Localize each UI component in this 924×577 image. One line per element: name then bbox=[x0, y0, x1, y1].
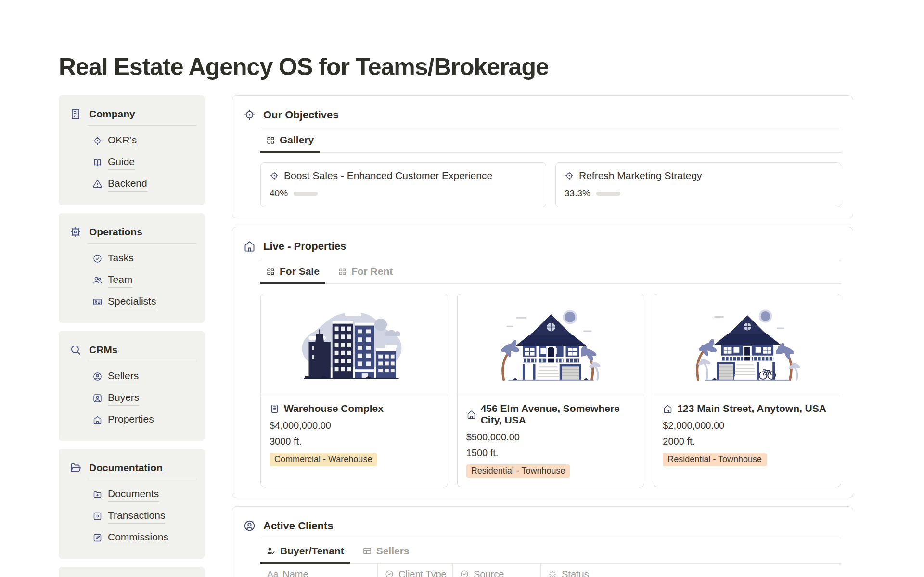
properties-tabs: For Sale For Rent bbox=[260, 259, 841, 284]
text-icon: Aa bbox=[267, 569, 278, 577]
property-tag: Commercial - Warehouse bbox=[270, 453, 377, 466]
sidebar-section-title: CRMs bbox=[89, 344, 118, 356]
home-icon bbox=[663, 404, 673, 414]
progress-bar bbox=[596, 192, 620, 196]
divider bbox=[88, 479, 197, 479]
column-label: Client Type bbox=[398, 569, 447, 577]
our-objectives-card: Our Objectives Gallery bbox=[232, 95, 853, 218]
column-header-name[interactable]: Aa Name bbox=[260, 564, 377, 577]
sidebar-item-label: OKR’s bbox=[108, 133, 137, 148]
sidebar-item-tasks[interactable]: Tasks bbox=[92, 251, 199, 266]
divider bbox=[88, 361, 197, 361]
table-icon bbox=[362, 546, 372, 556]
target-icon bbox=[92, 136, 103, 146]
select-icon bbox=[385, 569, 394, 577]
grid-icon bbox=[266, 136, 275, 145]
sidebar-item-guide[interactable]: Guide bbox=[92, 155, 199, 170]
sidebar-item-label: Guide bbox=[108, 155, 135, 170]
person-check-icon bbox=[266, 546, 276, 556]
sidebar-item-commissions[interactable]: Commissions bbox=[92, 530, 199, 545]
property-price: $4,000,000.00 bbox=[270, 420, 439, 431]
property-title: Warehouse Complex bbox=[284, 403, 384, 414]
property-card[interactable]: 123 Main Street, Anytown, USA $2,000,000… bbox=[654, 294, 841, 487]
sidebar-item-label: Commissions bbox=[108, 530, 168, 545]
tab-label: For Rent bbox=[351, 266, 393, 277]
divider bbox=[88, 125, 197, 126]
sidebar-section-title: Operations bbox=[89, 226, 142, 238]
home-icon bbox=[466, 410, 476, 420]
column-header-status[interactable]: Status bbox=[540, 564, 853, 577]
select-icon bbox=[460, 569, 469, 577]
cpu-icon bbox=[69, 226, 82, 238]
tab-label: Buyer/Tenant bbox=[280, 545, 344, 557]
tab-sellers[interactable]: Sellers bbox=[357, 539, 415, 564]
tab-label: For Sale bbox=[280, 266, 320, 277]
property-card[interactable]: 456 Elm Avenue, Somewhere City, USA $500… bbox=[457, 294, 645, 487]
sidebar-item-team[interactable]: Team bbox=[92, 273, 199, 288]
page: Real Estate Agency OS for Teams/Brokerag… bbox=[0, 0, 924, 577]
sidebar-section-documentation: Documentation Documents Transactio bbox=[59, 449, 205, 559]
check-circle-icon bbox=[92, 254, 103, 264]
objectives-tabs: Gallery bbox=[260, 128, 841, 153]
sidebar-item-buyers[interactable]: Buyers bbox=[92, 391, 199, 406]
column-header-source[interactable]: Source bbox=[452, 564, 540, 577]
page-title: Real Estate Agency OS for Teams/Brokerag… bbox=[59, 53, 853, 81]
beach-house-illustration bbox=[489, 305, 613, 385]
section-title: Our Objectives bbox=[263, 109, 339, 121]
property-size: 1500 ft. bbox=[466, 448, 636, 459]
sidebar-item-sellers[interactable]: Sellers bbox=[92, 369, 199, 384]
sidebar: Company OKR’s Guide bbox=[59, 95, 205, 577]
user-square-icon bbox=[92, 393, 103, 403]
sidebar-section-company: Company OKR’s Guide bbox=[59, 95, 205, 205]
tab-for-sale[interactable]: For Sale bbox=[260, 259, 325, 284]
pen-square-icon bbox=[92, 533, 103, 543]
sidebar-item-label: Documents bbox=[108, 487, 159, 502]
property-price: $500,000.00 bbox=[466, 432, 636, 443]
alert-triangle-icon bbox=[92, 179, 103, 189]
progress-bar bbox=[294, 192, 318, 196]
tab-for-rent[interactable]: For Rent bbox=[332, 259, 398, 284]
objective-card[interactable]: Refresh Marketing Strategy 33.3% bbox=[555, 162, 841, 207]
sidebar-item-specialists[interactable]: Specialists bbox=[92, 295, 199, 309]
sidebar-section-crms: CRMs Sellers Buyers bbox=[59, 331, 205, 441]
column-label: Name bbox=[282, 569, 308, 577]
sidebar-item-label: Properties bbox=[108, 412, 154, 427]
column-header-client-type[interactable]: Client Type bbox=[377, 564, 452, 577]
tab-buyer-tenant[interactable]: Buyer/Tenant bbox=[260, 539, 350, 564]
property-size: 2000 ft. bbox=[663, 436, 832, 447]
property-title: 123 Main Street, Anytown, USA bbox=[677, 403, 826, 414]
sidebar-section-title: Company bbox=[89, 108, 135, 120]
sidebar-item-label: Buyers bbox=[108, 391, 139, 406]
clients-tabs: Buyer/Tenant Sellers bbox=[260, 539, 841, 564]
building-icon bbox=[270, 404, 280, 414]
city-buildings-illustration bbox=[293, 305, 416, 385]
property-cover bbox=[458, 294, 644, 396]
tab-gallery[interactable]: Gallery bbox=[260, 128, 320, 153]
objective-card[interactable]: Boost Sales - Enhanced Customer Experien… bbox=[260, 162, 546, 207]
target-icon bbox=[243, 108, 256, 121]
sidebar-item-label: Tasks bbox=[108, 251, 134, 266]
property-title: 456 Elm Avenue, Somewhere City, USA bbox=[481, 403, 636, 426]
sidebar-item-backend[interactable]: Backend bbox=[92, 177, 199, 192]
arrow-square-icon bbox=[92, 511, 103, 521]
home-icon bbox=[243, 240, 256, 253]
sidebar-item-transactions[interactable]: Transactions bbox=[92, 509, 199, 524]
property-tag: Residential - Townhouse bbox=[466, 464, 570, 478]
property-size: 3000 ft. bbox=[270, 436, 439, 447]
sidebar-item-label: Team bbox=[108, 273, 132, 288]
users-icon bbox=[92, 275, 103, 285]
column-label: Status bbox=[562, 569, 589, 577]
objective-title: Refresh Marketing Strategy bbox=[579, 170, 702, 181]
grid-icon bbox=[266, 267, 275, 276]
sidebar-item-label: Backend bbox=[108, 177, 147, 192]
clients-table-header: Aa Name Client Type Source bbox=[260, 564, 853, 577]
sidebar-item-okrs[interactable]: OKR’s bbox=[92, 133, 199, 148]
sidebar-item-label: Specialists bbox=[108, 295, 156, 309]
sidebar-item-properties[interactable]: Properties bbox=[92, 412, 199, 427]
property-price: $2,000,000.00 bbox=[663, 420, 832, 431]
book-open-icon bbox=[92, 157, 103, 167]
target-icon bbox=[270, 171, 279, 180]
sidebar-item-documents[interactable]: Documents bbox=[92, 487, 199, 502]
folder-plus-icon bbox=[92, 489, 103, 500]
property-card[interactable]: Warehouse Complex $4,000,000.00 3000 ft.… bbox=[260, 294, 448, 487]
